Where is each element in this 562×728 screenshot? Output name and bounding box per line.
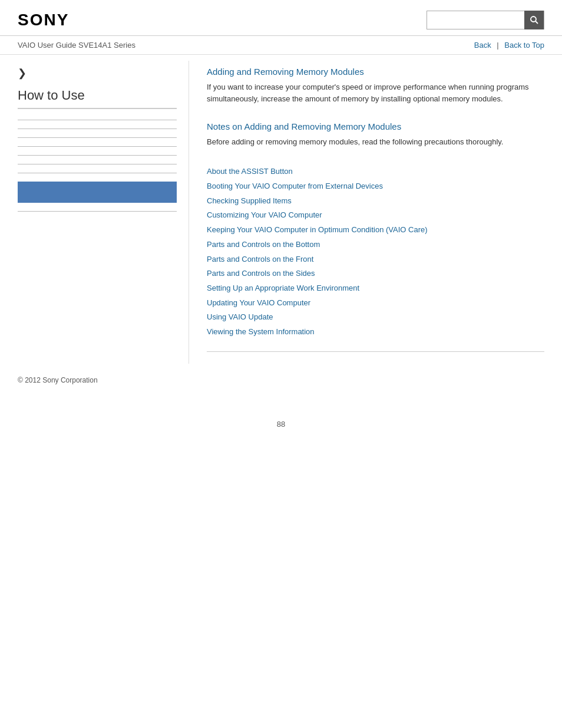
sidebar: ❯ How to Use [18,61,189,364]
content-link[interactable]: Using VAIO Update [207,310,544,325]
sidebar-divider-2 [18,129,177,129]
back-to-top-link[interactable]: Back to Top [504,41,544,50]
copyright: © 2012 Sony Corporation [18,376,98,384]
links-section: About the ASSIST ButtonBooting Your VAIO… [207,164,544,339]
section-notes-memory: Notes on Adding and Removing Memory Modu… [207,121,544,148]
content-link[interactable]: Checking Supplied Items [207,194,544,209]
section2-description: Before adding or removing memory modules… [207,136,544,148]
content-link[interactable]: Parts and Controls on the Bottom [207,238,544,252]
sidebar-divider-5 [18,155,177,156]
nav-separator: | [497,41,498,50]
back-link[interactable]: Back [474,41,491,50]
page-header: SONY [0,0,562,36]
search-input[interactable] [427,11,524,29]
product-name: VAIO User Guide SVE14A1 Series [18,41,135,50]
section2-title[interactable]: Notes on Adding and Removing Memory Modu… [207,121,544,131]
section1-title[interactable]: Adding and Removing Memory Modules [207,67,544,77]
navbar: VAIO User Guide SVE14A1 Series Back | Ba… [0,36,562,55]
sidebar-divider-4 [18,146,177,147]
content-link[interactable]: Parts and Controls on the Front [207,252,544,267]
footer: © 2012 Sony Corporation [0,364,562,402]
sony-logo: SONY [18,11,69,29]
content-area: Adding and Removing Memory Modules If yo… [189,61,544,364]
search-button[interactable] [524,11,544,29]
svg-line-1 [535,21,538,24]
sidebar-highlight [18,182,177,203]
content-link[interactable]: Viewing the System Information [207,325,544,340]
svg-point-0 [531,17,536,22]
content-link[interactable]: About the ASSIST Button [207,164,544,179]
search-icon [530,15,539,25]
content-bottom-divider [207,351,544,352]
content-link[interactable]: Booting Your VAIO Computer from External… [207,179,544,194]
sidebar-divider-1 [18,120,177,120]
content-link[interactable]: Customizing Your VAIO Computer [207,208,544,223]
sidebar-divider-7 [18,173,177,173]
section-adding-memory: Adding and Removing Memory Modules If yo… [207,67,544,105]
content-link[interactable]: Updating Your VAIO Computer [207,296,544,311]
content-link[interactable]: Parts and Controls on the Sides [207,266,544,281]
content-link[interactable]: Keeping Your VAIO Computer in Optimum Co… [207,223,544,238]
nav-links: Back | Back to Top [474,41,544,50]
sidebar-title: How to Use [18,88,177,109]
section1-description: If you want to increase your computer's … [207,81,544,105]
content-link[interactable]: Setting Up an Appropriate Work Environme… [207,281,544,296]
sidebar-bottom-divider [18,211,177,212]
sidebar-divider-6 [18,164,177,164]
search-box[interactable] [427,11,544,29]
sidebar-expand-arrow[interactable]: ❯ [18,67,177,80]
main-container: ❯ How to Use Adding and Removing Memory … [0,61,562,364]
page-number: 88 [0,420,562,440]
sidebar-divider-3 [18,137,177,138]
